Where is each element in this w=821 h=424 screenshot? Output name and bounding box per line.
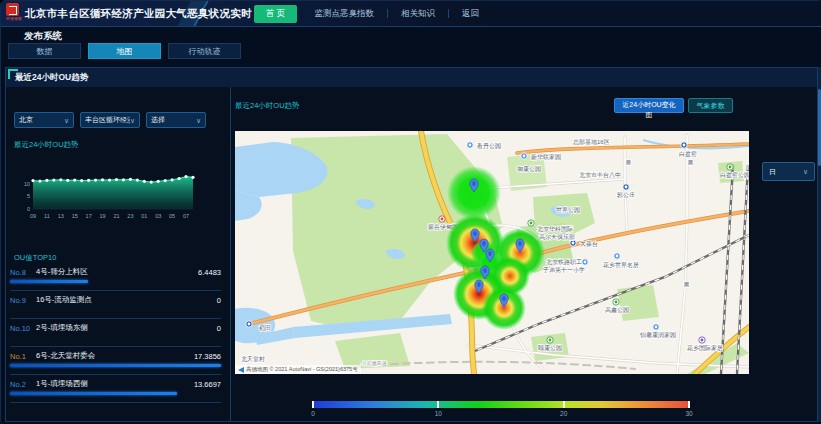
park-poi-icon <box>727 164 733 170</box>
legend-label: 30 <box>685 410 692 417</box>
map-label: 花乡世界名居 <box>603 262 639 269</box>
metro-poi-icon <box>623 184 629 190</box>
chevron-down-icon: ∨ <box>130 117 135 124</box>
svg-text:09: 09 <box>30 213 36 219</box>
data-point <box>164 179 167 182</box>
top-list-item[interactable]: No.84号-筛分上料区6.4483 <box>10 263 221 291</box>
ou-value: 13.6697 <box>194 380 221 389</box>
site-name: 2号-填埋场东侧 <box>36 323 217 333</box>
app-logo: 环保管家 <box>6 3 22 24</box>
top-list-item[interactable]: No.916号-流动监测点0 <box>10 291 221 319</box>
map-label: 看丹公园 <box>476 142 501 150</box>
map-label: 子弟第十一小学 <box>542 266 585 274</box>
legend-label: 0 <box>311 410 315 417</box>
amap-logo-icon <box>238 367 244 373</box>
filter-selects: 北京 ∨ 丰台区循环经济产 ∨ 选择 ∨ <box>14 112 206 128</box>
value-bar <box>10 336 221 339</box>
svg-text:05: 05 <box>169 213 175 219</box>
map-attribution: 高德地图 © 2021 AutoNavi - GS(2021)6375号 <box>235 365 361 374</box>
ou-value: 0 <box>217 296 221 305</box>
data-point <box>52 178 55 181</box>
view-tabs: 数据 地图 行动轨迹 <box>8 43 241 59</box>
value-bar <box>10 364 221 367</box>
ou-value: 0 <box>217 324 221 333</box>
map-label: 高鑫公园 <box>605 306 629 314</box>
nav-home[interactable]: 首 页 <box>254 5 297 23</box>
nav-odor-index[interactable]: 监测点恶臭指数 <box>301 8 387 20</box>
chevron-down-icon: ∨ <box>196 117 201 124</box>
weather-params-button[interactable]: 气象参数 <box>688 98 733 113</box>
tab-track[interactable]: 行动轨迹 <box>168 43 241 59</box>
blue-poi-icon <box>521 153 527 159</box>
top-list-item[interactable]: No.16号-北天堂村委会17.3856 <box>10 347 221 375</box>
data-point <box>122 178 125 181</box>
svg-text:23: 23 <box>127 213 133 219</box>
rank-label: No.10 <box>10 324 36 333</box>
ou-value: 6.4483 <box>198 268 221 277</box>
legend-tick <box>312 401 314 408</box>
ou-value: 17.3856 <box>194 352 221 361</box>
data-point <box>143 180 146 183</box>
legend-tick <box>563 401 565 408</box>
city-select[interactable]: 北京 ∨ <box>14 112 74 128</box>
scenic-poi-icon <box>439 216 445 222</box>
heat-point <box>482 286 526 330</box>
data-point <box>108 178 111 181</box>
value-bar <box>10 392 221 395</box>
data-point <box>150 181 153 184</box>
park-select[interactable]: 丰台区循环经济产 ∨ <box>80 112 140 128</box>
svg-text:10: 10 <box>24 181 30 187</box>
data-point <box>66 179 69 182</box>
site-name: 4号-筛分上料区 <box>36 267 198 277</box>
purple-poi-icon <box>699 337 705 343</box>
app-window: 环保管家 北京市丰台区循环经济产业园大气恶臭状况实时 首 页 监测点恶臭指数 相… <box>0 0 821 424</box>
top-list-item[interactable]: No.21号-填埋场西侧13.6697 <box>10 375 221 403</box>
map-period-select[interactable]: 日 ∨ <box>762 162 815 181</box>
map-label: 北京铁路职工 <box>546 258 582 266</box>
park-poi-icon <box>547 337 553 343</box>
left-panel-title: 最近24小时OU趋势 <box>15 72 88 84</box>
heat-legend-labels: 0102030 <box>313 410 689 419</box>
data-point <box>136 178 139 181</box>
blue-poi-icon <box>614 253 620 259</box>
main-nav: 首 页 监测点恶臭指数 相关知识 返回 <box>254 1 492 26</box>
svg-text:01: 01 <box>141 213 147 219</box>
top-list-item[interactable]: No.102号-填埋场东侧0 <box>10 319 221 347</box>
tab-map[interactable]: 地图 <box>88 43 161 59</box>
map[interactable]: 丰台区循环经济产业园 看丹公园新华联家园总部基地16区白盆窑白盆窑公园北京市丰台… <box>235 131 749 374</box>
data-point <box>45 179 48 182</box>
data-point <box>101 178 104 181</box>
data-point <box>171 178 174 181</box>
data-point <box>87 179 90 182</box>
map-label: 白盆窑 <box>679 150 697 158</box>
site-name: 6号-北天堂村委会 <box>36 351 194 361</box>
map-label: 高尔夫俱乐部 <box>539 233 575 241</box>
nav-back[interactable]: 返回 <box>449 8 492 20</box>
rank-label: No.2 <box>10 380 36 389</box>
map-label: 北京华科国际 <box>537 225 573 233</box>
map-label: 世界公园 <box>556 207 580 214</box>
site-select[interactable]: 选择 ∨ <box>146 112 206 128</box>
chevron-down-icon: ∨ <box>64 117 69 124</box>
metro-poi-icon <box>681 142 687 148</box>
ou-change-chart-button[interactable]: 近24小时OU变化图 <box>614 98 684 113</box>
tab-data[interactable]: 数据 <box>8 43 81 59</box>
logo-text: 环保管家 <box>6 16 22 21</box>
metro-poi-icon <box>570 240 576 246</box>
chart-title: 最近24小时OU趋势 <box>14 140 79 150</box>
rank-label: No.8 <box>10 268 36 277</box>
heat-point <box>447 166 501 220</box>
svg-text:15: 15 <box>72 213 78 219</box>
svg-text:03: 03 <box>155 213 161 219</box>
map-label: 北天堂村 <box>241 355 265 363</box>
map-label: 郭公庄 <box>616 191 635 199</box>
map-panel-title: 最近24小时OU趋势 <box>235 101 300 111</box>
top-list-title: OU值TOP10 <box>14 253 56 263</box>
nav-knowledge[interactable]: 相关知识 <box>388 8 448 20</box>
legend-label: 20 <box>560 410 567 417</box>
svg-text:19: 19 <box>100 213 106 219</box>
legend-tick <box>437 401 439 408</box>
data-point <box>177 177 180 180</box>
heat-legend-bar <box>313 401 689 408</box>
header: 环保管家 北京市丰台区循环经济产业园大气恶臭状况实时 首 页 监测点恶臭指数 相… <box>1 1 821 27</box>
